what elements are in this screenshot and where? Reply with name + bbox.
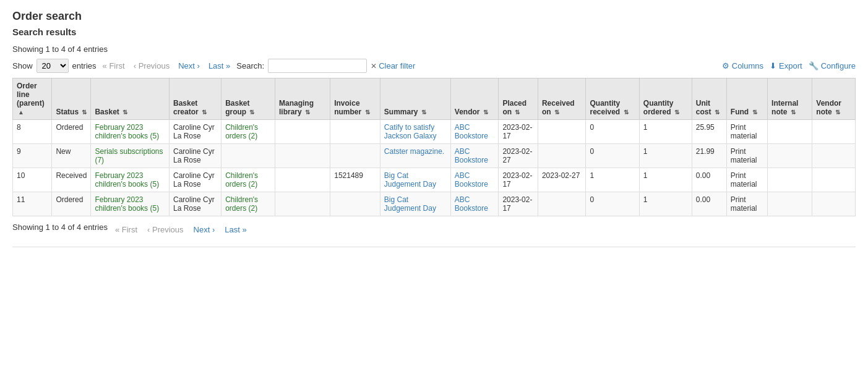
table-row: 9NewSerials subscriptions (7)Caroline Cy… (13, 144, 856, 168)
table-cell: 0.00 (692, 168, 726, 192)
table-cell (768, 168, 812, 192)
configure-button[interactable]: 🔧 Configure (809, 61, 856, 70)
table-cell: Ordered (52, 192, 91, 216)
col-placed-on[interactable]: Placed on ⇅ (499, 79, 538, 120)
col-basket[interactable]: Basket ⇅ (91, 79, 170, 120)
table-cell: 1521489 (330, 168, 380, 192)
table-cell: Print material (726, 144, 767, 168)
table-cell[interactable]: February 2023 children's books (5) (91, 120, 170, 144)
table-cell[interactable] (221, 144, 275, 168)
last-button-bottom[interactable]: Last » (222, 224, 249, 236)
table-cell: 2023-02-17 (499, 192, 538, 216)
col-unit-cost[interactable]: Unit cost ⇅ (692, 79, 726, 120)
first-button-top[interactable]: « First (100, 60, 127, 72)
table-cell (538, 192, 586, 216)
table-cell: 1 (639, 144, 692, 168)
columns-label: Columns (732, 61, 763, 70)
export-label: Export (779, 61, 802, 70)
table-cell: 21.99 (692, 144, 726, 168)
table-cell[interactable]: Catify to satisfy Jackson Galaxy (380, 120, 450, 144)
table-link[interactable]: ABC Bookstore (455, 195, 488, 213)
table-cell[interactable]: Catster magazine. (380, 144, 450, 168)
table-link[interactable]: Catster magazine. (384, 147, 444, 156)
table-link[interactable]: February 2023 children's books (5) (95, 123, 159, 140)
table-link[interactable]: Big Cat Judgement Day (384, 195, 436, 213)
table-link[interactable]: Serials subscriptions (7) (95, 147, 163, 164)
export-button[interactable]: ⬇ Export (770, 61, 802, 70)
table-cell[interactable]: Children's orders (2) (221, 168, 275, 192)
table-cell: 9 (13, 144, 52, 168)
columns-button[interactable]: ⚙ Columns (722, 61, 763, 70)
table-cell: Print material (726, 120, 767, 144)
table-cell: 2023-02-17 (499, 120, 538, 144)
table-cell: 2023-02-27 (538, 168, 586, 192)
toolbar-left: Show 10 20 50 100 entries « First ‹ Prev… (12, 59, 415, 73)
first-button-bottom[interactable]: « First (113, 224, 140, 236)
table-cell: Caroline Cyr La Rose (169, 168, 221, 192)
table-cell[interactable]: ABC Bookstore (450, 192, 499, 216)
col-internal-note[interactable]: Internal note ⇅ (768, 79, 812, 120)
col-basket-creator[interactable]: Basket creator ⇅ (169, 79, 221, 120)
col-quantity-ordered[interactable]: Quantity ordered ⇅ (639, 79, 692, 120)
table-cell[interactable]: February 2023 children's books (5) (91, 192, 170, 216)
col-order-line[interactable]: Order line(parent) ▲ (13, 79, 52, 120)
col-basket-group[interactable]: Basket group ⇅ (221, 79, 275, 120)
table-cell: 2023-02-17 (499, 168, 538, 192)
table-link[interactable]: Children's orders (2) (225, 123, 258, 140)
table-cell: 1 (639, 192, 692, 216)
table-cell[interactable]: Big Cat Judgement Day (380, 168, 450, 192)
table-cell[interactable]: February 2023 children's books (5) (91, 168, 170, 192)
table-cell[interactable]: Big Cat Judgement Day (380, 192, 450, 216)
col-managing-library[interactable]: Managing library ⇅ (275, 79, 330, 120)
table-link[interactable]: February 2023 children's books (5) (95, 195, 159, 213)
table-cell: Received (52, 168, 91, 192)
col-vendor[interactable]: Vendor ⇅ (450, 79, 499, 120)
table-cell[interactable]: Children's orders (2) (221, 192, 275, 216)
col-invoice-number[interactable]: Invoice number ⇅ (330, 79, 380, 120)
table-link[interactable]: Catify to satisfy Jackson Galaxy (384, 123, 437, 140)
table-link[interactable]: Big Cat Judgement Day (384, 171, 436, 189)
table-cell: 0 (586, 120, 639, 144)
search-input[interactable] (268, 59, 367, 73)
table-cell[interactable]: ABC Bookstore (450, 120, 499, 144)
table-cell[interactable]: Children's orders (2) (221, 120, 275, 144)
section-title: Search results (12, 27, 856, 37)
table-cell: 1 (586, 168, 639, 192)
table-cell (330, 144, 380, 168)
wrench-icon: 🔧 (809, 61, 819, 70)
table-cell: 1 (639, 168, 692, 192)
table-cell (538, 144, 586, 168)
table-cell[interactable]: ABC Bookstore (450, 144, 499, 168)
col-received-on[interactable]: Received on ⇅ (538, 79, 586, 120)
previous-button-top[interactable]: ‹ Previous (131, 60, 173, 72)
table-cell: 0 (586, 144, 639, 168)
next-button-bottom[interactable]: Next › (191, 224, 218, 236)
toolbar-right: ⚙ Columns ⬇ Export 🔧 Configure (722, 61, 856, 70)
table-link[interactable]: ABC Bookstore (455, 171, 488, 189)
table-link[interactable]: Children's orders (2) (225, 171, 258, 189)
results-table: Order line(parent) ▲ Status ⇅ Basket ⇅ B… (12, 78, 856, 216)
col-quantity-received[interactable]: Quantity received ⇅ (586, 79, 639, 120)
search-label: Search: (236, 61, 264, 70)
previous-button-bottom[interactable]: ‹ Previous (145, 224, 186, 236)
table-cell (275, 192, 330, 216)
table-cell: Ordered (52, 120, 91, 144)
table-cell[interactable]: Serials subscriptions (7) (91, 144, 170, 168)
col-vendor-note[interactable]: Vendor note ⇅ (812, 79, 856, 120)
table-link[interactable]: ABC Bookstore (455, 147, 488, 164)
table-cell (812, 192, 856, 216)
col-fund[interactable]: Fund ⇅ (726, 79, 767, 120)
table-link[interactable]: ABC Bookstore (455, 123, 488, 140)
table-cell[interactable]: ABC Bookstore (450, 168, 499, 192)
clear-filter-button[interactable]: ✕ Clear filter (371, 61, 415, 70)
table-link[interactable]: February 2023 children's books (5) (95, 171, 159, 189)
entries-suffix: entries (72, 61, 97, 70)
col-status[interactable]: Status ⇅ (52, 79, 91, 120)
next-button-top[interactable]: Next › (176, 60, 202, 72)
table-link[interactable]: Children's orders (2) (225, 195, 258, 213)
col-summary[interactable]: Summary ⇅ (380, 79, 450, 120)
entries-select[interactable]: 10 20 50 100 (37, 59, 69, 73)
table-row: 11OrderedFebruary 2023 children's books … (13, 192, 856, 216)
last-button-top[interactable]: Last » (206, 60, 233, 72)
table-cell (812, 144, 856, 168)
